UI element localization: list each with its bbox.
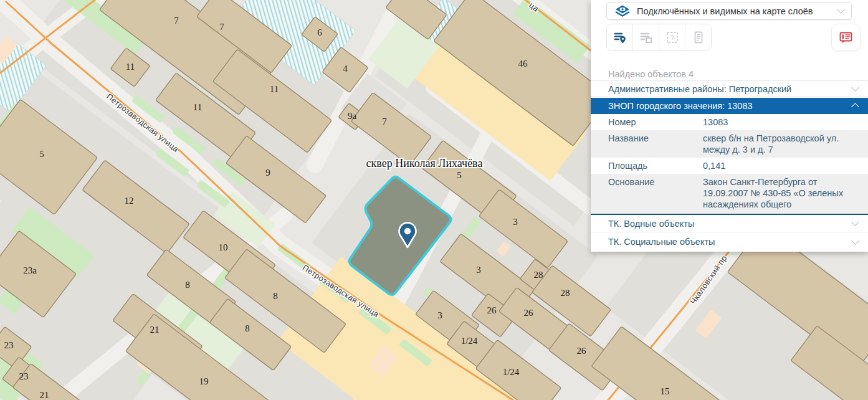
building-number-label: 12 bbox=[125, 196, 134, 206]
building-number-label: 26 bbox=[487, 305, 497, 315]
building-number-label: 9 bbox=[265, 168, 270, 178]
building-number-label: 10 bbox=[219, 242, 228, 252]
accordion-title: ЗНОП городского значения: 13083 bbox=[608, 101, 753, 111]
object-details: Номер 13083 Название сквер б/н на Петроз… bbox=[591, 114, 868, 224]
feedback-alert-button[interactable] bbox=[831, 24, 861, 51]
select-by-area-list-button[interactable] bbox=[633, 24, 659, 50]
building-number-label: 1/24 bbox=[461, 336, 478, 346]
building-number-label: 26 bbox=[524, 308, 534, 318]
detail-value: сквер б/н на Петрозаводской ул. между д.… bbox=[703, 133, 868, 155]
building-number-label: 8 bbox=[185, 280, 190, 290]
results-count: Найдено объектов 4 bbox=[608, 69, 694, 79]
detail-row: Площадь 0,141 bbox=[591, 158, 868, 174]
document-icon bbox=[692, 31, 705, 44]
building-number-label: 5 bbox=[39, 149, 44, 159]
building-number-label: 8 bbox=[273, 291, 278, 301]
results-panel: Подключённых и видимых на карте слоёв bbox=[591, 0, 868, 252]
chevron-down-icon bbox=[851, 83, 859, 92]
building-number-label: 11 bbox=[126, 62, 135, 72]
building-number-label: 8 bbox=[245, 323, 250, 333]
building-number-label: 46 bbox=[518, 59, 528, 69]
building-number-label: 1/24 bbox=[503, 367, 520, 377]
svg-text:?: ? bbox=[670, 34, 674, 41]
accordion-tk-social-objects[interactable]: ТК. Социальные объекты bbox=[591, 233, 868, 250]
building-number-label: 26 bbox=[577, 346, 587, 356]
layers-dropdown[interactable]: Подключённых и видимых на карте слоёв bbox=[606, 2, 852, 20]
building-number-label: 23a bbox=[23, 265, 37, 275]
list-rect-icon bbox=[639, 31, 653, 44]
chevron-up-icon bbox=[851, 103, 859, 111]
accordion-tk-water-objects[interactable]: ТК. Водные объекты bbox=[591, 215, 868, 232]
accordion-title: Административные районы: Петроградский bbox=[608, 84, 791, 94]
chevron-down-icon bbox=[851, 237, 859, 245]
feedback-alert-icon bbox=[838, 30, 854, 45]
building-number-label: 11 bbox=[270, 84, 279, 94]
building-number-label: 7 bbox=[382, 117, 387, 126]
detail-label: Название bbox=[591, 133, 703, 155]
detail-value: 0,141 bbox=[703, 160, 868, 171]
building-number-label: 23 bbox=[19, 371, 29, 381]
building-number-label: 3 bbox=[513, 217, 518, 227]
building-number-label: 4 bbox=[343, 64, 348, 74]
building-number-label: 21 bbox=[40, 390, 49, 400]
building-number-label: 21 bbox=[150, 325, 160, 335]
detail-row: Название сквер б/н на Петрозаводской ул.… bbox=[591, 130, 868, 158]
building-number-label: 11 bbox=[193, 102, 202, 112]
accordion-znop-13083[interactable]: ЗНОП городского значения: 13083 bbox=[591, 98, 868, 114]
detail-label: Площадь bbox=[591, 160, 703, 171]
building-number-label: 9a bbox=[348, 111, 357, 121]
building-number-label: 5 bbox=[457, 170, 462, 180]
dashed-box-question-icon: ? bbox=[665, 31, 679, 44]
accordion-title: ТК. Водные объекты bbox=[608, 219, 694, 229]
chevron-down-icon bbox=[837, 6, 845, 14]
list-pin-icon bbox=[613, 31, 627, 44]
detail-label: Номер bbox=[591, 117, 703, 128]
layers-eye-icon bbox=[614, 4, 631, 18]
building-number-label: 7 bbox=[219, 22, 224, 32]
building-number-label: 7 bbox=[174, 16, 179, 26]
park-name-label: сквер Николая Лихачёва bbox=[366, 157, 483, 169]
building-number-label: 6 bbox=[317, 27, 322, 37]
building-number-label: 28 bbox=[561, 288, 570, 298]
document-list-button[interactable] bbox=[685, 24, 711, 50]
building-number-label: 23 bbox=[4, 340, 14, 350]
building-number-label: 3 bbox=[476, 265, 481, 275]
building-number-label: 28 bbox=[534, 270, 543, 280]
building-number-label: 3 bbox=[437, 310, 442, 320]
chevron-down-icon bbox=[851, 218, 859, 226]
building-number-label: 15 bbox=[661, 386, 670, 396]
results-toolbar: ? bbox=[606, 24, 712, 51]
layers-dropdown-label: Подключённых и видимых на карте слоёв bbox=[637, 6, 832, 16]
building-number-label: 19 bbox=[199, 376, 209, 386]
accordion-administrative-districts[interactable]: Административные районы: Петроградский bbox=[591, 80, 868, 97]
accordion-title: ТК. Социальные объекты bbox=[608, 237, 715, 247]
query-area-button[interactable]: ? bbox=[659, 24, 685, 50]
identify-results-list-button[interactable] bbox=[607, 24, 633, 50]
detail-value: 13083 bbox=[703, 117, 868, 128]
detail-row: Номер 13083 bbox=[591, 114, 868, 130]
